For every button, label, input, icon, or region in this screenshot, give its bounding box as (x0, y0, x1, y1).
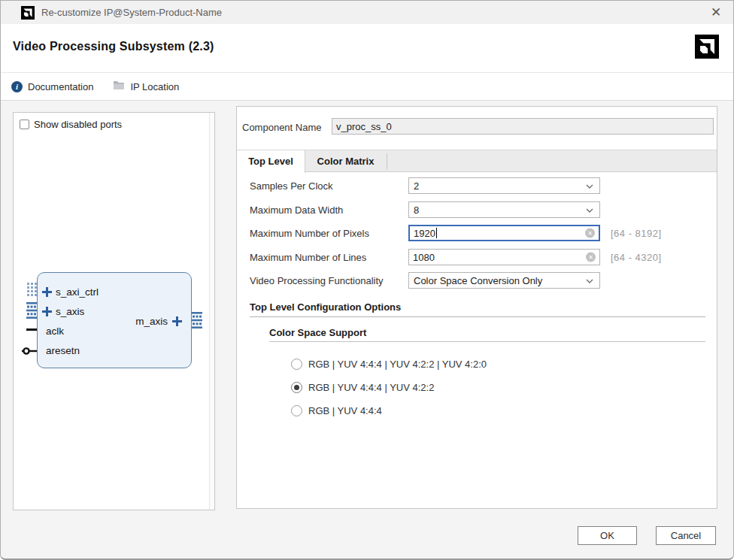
cancel-button-label: Cancel (671, 530, 701, 541)
functionality-select[interactable]: Color Space Conversion Only (408, 272, 600, 289)
page-title: Video Processing Subsystem (2.3) (13, 40, 214, 53)
amd-logo (695, 35, 719, 59)
functionality-label: Video Processing Functionality (250, 275, 384, 286)
functionality-row: Video Processing Functionality Color Spa… (250, 272, 709, 290)
port-m-axis: m_axis (135, 311, 182, 331)
config-panel: Component Name v_proc_ss_0 Top Level Col… (236, 106, 717, 509)
cancel-button[interactable]: Cancel (656, 526, 716, 545)
show-disabled-ports-checkbox[interactable] (20, 120, 29, 129)
block-diagram-panel: Show disabled ports (13, 112, 215, 510)
max-data-width-label: Maximum Data Width (250, 204, 343, 216)
show-disabled-ports-label: Show disabled ports (34, 119, 122, 130)
expand-plus-icon[interactable] (42, 307, 52, 316)
max-pixels-row: Maximum Number of Pixels 1920 ✕ [64 - 81… (250, 225, 709, 243)
port-label: s_axis (56, 306, 84, 317)
max-lines-input[interactable]: 1080 ✕ (408, 249, 600, 265)
port-label: aresetn (46, 345, 80, 356)
s-axis-interface-icon (26, 302, 37, 319)
radio-option-rgb-444-422-420[interactable]: RGB | YUV 4:4:4 | YUV 4:2:2 | YUV 4:2:0 (291, 358, 487, 370)
max-lines-row: Maximum Number of Lines 1080 ✕ [64 - 432… (250, 249, 709, 267)
component-name-label: Component Name (242, 122, 322, 133)
select-value: Color Space Conversion Only (414, 275, 542, 286)
port-label: m_axis (135, 316, 168, 327)
show-disabled-ports[interactable]: Show disabled ports (20, 119, 122, 130)
radio-label: RGB | YUV 4:4:4 | YUV 4:2:2 (308, 382, 434, 393)
component-name-field: v_proc_ss_0 (332, 118, 714, 135)
section-color-space-support: Color Space Support (269, 327, 366, 338)
m-axis-interface-icon (192, 312, 202, 328)
chevron-down-icon (586, 208, 593, 213)
max-lines-range: [64 - 4320] (611, 252, 662, 263)
titlebar: Re-customize IP@System-Product-Name ✕ (1, 1, 733, 25)
radio-label: RGB | YUV 4:4:4 (308, 405, 382, 416)
ip-block: s_axi_ctrl s_axis aclk aresetn m_axis (37, 272, 192, 368)
clear-icon[interactable]: ✕ (585, 229, 595, 238)
max-data-width-row: Maximum Data Width 8 (250, 201, 709, 219)
expand-plus-icon[interactable] (42, 287, 52, 297)
port-s-axi-ctrl: s_axi_ctrl (42, 282, 99, 301)
chevron-down-icon (586, 279, 593, 283)
chevron-down-icon (586, 184, 593, 189)
port-aclk: aclk (46, 321, 64, 341)
max-pixels-input[interactable]: 1920 ✕ (408, 225, 600, 241)
tabstrip: Top Level Color Matrix (237, 150, 717, 172)
amd-logo-icon (21, 6, 35, 20)
samples-per-clock-row: Samples Per Clock 2 (250, 177, 709, 195)
radio-icon[interactable] (291, 359, 302, 370)
tab-separator (387, 153, 387, 169)
port-label: s_axi_ctrl (56, 286, 99, 298)
folder-icon (113, 80, 125, 92)
info-icon: i (11, 81, 23, 92)
dialog-header: Video Processing Subsystem (2.3) (1, 24, 733, 73)
tab-label: Top Level (248, 156, 293, 167)
aresetn-pin-icon (22, 345, 37, 354)
samples-per-clock-select[interactable]: 2 (408, 177, 600, 194)
select-value: 8 (414, 204, 419, 216)
max-data-width-select[interactable]: 8 (408, 201, 600, 218)
radio-label: RGB | YUV 4:4:4 | YUV 4:2:2 | YUV 4:2:0 (308, 359, 487, 370)
section-top-level-config: Top Level Configuration Options (250, 301, 401, 313)
ok-button-label: OK (600, 530, 614, 541)
s-axi-ctrl-interface-icon (26, 283, 37, 299)
aclk-pin-icon (26, 328, 37, 331)
component-name-value: v_proc_ss_0 (336, 121, 392, 132)
radio-icon[interactable] (291, 382, 302, 393)
ok-button[interactable]: OK (578, 526, 637, 545)
input-value: 1080 (413, 252, 435, 263)
documentation-button[interactable]: i Documentation (11, 81, 93, 92)
close-icon: ✕ (711, 5, 721, 20)
port-s-axis: s_axis (42, 301, 84, 321)
ip-location-button[interactable]: IP Location (113, 80, 179, 92)
max-pixels-range: [64 - 8192] (611, 228, 662, 239)
toolbar: i Documentation IP Location (1, 73, 733, 101)
radio-icon[interactable] (291, 405, 302, 416)
tab-color-matrix[interactable]: Color Matrix (305, 150, 386, 172)
section-rule (269, 341, 705, 342)
port-label: aclk (46, 325, 64, 337)
tab-top-level[interactable]: Top Level (237, 150, 305, 173)
documentation-label: Documentation (28, 81, 93, 92)
text-caret (436, 228, 437, 238)
port-aresetn: aresetn (46, 341, 80, 360)
recustomize-ip-dialog: Re-customize IP@System-Product-Name ✕ Vi… (0, 0, 734, 560)
tab-label: Color Matrix (317, 156, 375, 167)
window-title: Re-customize IP@System-Product-Name (41, 7, 222, 18)
ip-location-label: IP Location (130, 81, 179, 92)
max-lines-label: Maximum Number of Lines (250, 252, 366, 263)
input-value: 1920 (414, 228, 435, 239)
radio-option-rgb-444[interactable]: RGB | YUV 4:4:4 (291, 404, 382, 416)
clear-icon[interactable]: ✕ (586, 253, 596, 262)
section-rule (250, 316, 705, 317)
radio-option-rgb-444-422[interactable]: RGB | YUV 4:4:4 | YUV 4:2:2 (291, 381, 434, 393)
select-value: 2 (414, 180, 419, 192)
expand-plus-icon[interactable] (172, 316, 182, 326)
max-pixels-label: Maximum Number of Pixels (250, 228, 369, 239)
close-button[interactable]: ✕ (708, 4, 724, 20)
left-panel-scrollbar[interactable] (209, 113, 214, 510)
samples-per-clock-label: Samples Per Clock (250, 180, 333, 192)
